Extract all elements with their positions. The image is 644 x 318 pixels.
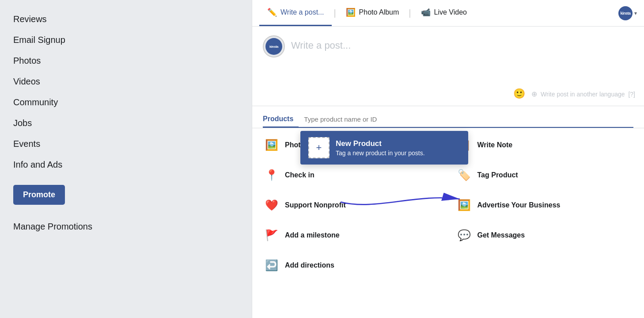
tab-divider-2: | bbox=[407, 8, 413, 18]
promote-button[interactable]: Promote bbox=[13, 185, 65, 205]
sidebar-nav: Reviews Email Signup Photos Videos Commu… bbox=[13, 9, 239, 237]
action-add-directions-label: Add directions bbox=[285, 261, 334, 269]
kinsta-avatar-small: kinsta bbox=[618, 6, 633, 20]
new-product-dropdown: + New Product Tag a new product in your … bbox=[300, 131, 468, 165]
action-item-get-messages[interactable]: 💬 Get Messages bbox=[448, 220, 641, 250]
sidebar-item-events[interactable]: Events bbox=[13, 134, 239, 154]
plus-circle-icon: ⊕ bbox=[531, 90, 537, 98]
action-item-add-directions[interactable]: ↩️ Add directions bbox=[256, 250, 448, 280]
action-add-milestone-label: Add a milestone bbox=[285, 231, 340, 239]
action-item-tag-product[interactable]: 🏷️ Tag Product bbox=[448, 160, 641, 190]
messages-action-icon: 💬 bbox=[456, 227, 472, 243]
sidebar: Reviews Email Signup Photos Videos Commu… bbox=[0, 0, 252, 318]
post-tabs: ✏️ Write a post... | 🖼️ Photo Album | 📹 … bbox=[252, 0, 644, 27]
sidebar-item-photos[interactable]: Photos bbox=[13, 50, 239, 71]
new-product-add-icon[interactable]: + bbox=[308, 137, 330, 158]
tag-product-action-icon: 🏷️ bbox=[456, 167, 472, 183]
directions-action-icon: ↩️ bbox=[264, 257, 280, 273]
tab-divider-1: | bbox=[332, 8, 337, 18]
new-product-text: New Product Tag a new product in your po… bbox=[336, 139, 425, 157]
action-item-write-note[interactable]: 📋 Write Note bbox=[448, 130, 641, 160]
action-support-nonprofit-label: Support Nonprofit bbox=[285, 201, 346, 209]
action-tag-product-label: Tag Product bbox=[477, 171, 518, 179]
products-row: Products + New Product Tag a new product… bbox=[263, 111, 633, 128]
sidebar-item-promote[interactable]: Promote bbox=[13, 175, 239, 212]
action-item-add-milestone[interactable]: 🚩 Add a milestone bbox=[256, 220, 448, 250]
tab-live-video[interactable]: 📹 Live Video bbox=[413, 0, 475, 26]
action-get-messages-label: Get Messages bbox=[477, 231, 525, 239]
new-product-desc: Tag a new product in your posts. bbox=[336, 149, 425, 157]
sidebar-item-community[interactable]: Community bbox=[13, 92, 239, 113]
sidebar-item-email-signup[interactable]: Email Signup bbox=[13, 30, 239, 50]
sidebar-item-jobs[interactable]: Jobs bbox=[13, 113, 239, 134]
write-in-language[interactable]: ⊕ Write post in another language [?] bbox=[531, 90, 635, 98]
product-search-input[interactable] bbox=[299, 112, 633, 126]
sidebar-item-manage-promotions[interactable]: Manage Promotions bbox=[13, 212, 239, 237]
action-write-note-label: Write Note bbox=[477, 141, 513, 149]
main-content: ✏️ Write a post... | 🖼️ Photo Album | 📹 … bbox=[252, 0, 644, 318]
checkin-action-icon: 📍 bbox=[264, 167, 280, 183]
tab-photo-album[interactable]: 🖼️ Photo Album bbox=[338, 0, 407, 26]
dropdown-arrow-icon[interactable]: ▾ bbox=[634, 10, 637, 16]
post-area-bottom: 🙂 ⊕ Write post in another language [?] bbox=[513, 88, 635, 100]
sidebar-item-reviews[interactable]: Reviews bbox=[13, 9, 239, 30]
emoji-icon[interactable]: 🙂 bbox=[513, 88, 525, 100]
pencil-icon: ✏️ bbox=[267, 8, 277, 17]
action-item-support-nonprofit[interactable]: ❤️ Support Nonprofit bbox=[256, 190, 448, 220]
kinsta-logo: kinsta bbox=[265, 38, 282, 55]
tab-write-post[interactable]: ✏️ Write a post... bbox=[259, 0, 332, 26]
milestone-action-icon: 🚩 bbox=[264, 227, 280, 243]
avatar: kinsta bbox=[263, 35, 285, 57]
sidebar-item-info-and-ads[interactable]: Info and Ads bbox=[13, 154, 239, 175]
products-section: Products + New Product Tag a new product… bbox=[252, 106, 644, 128]
write-post-placeholder[interactable]: Write a post... bbox=[291, 35, 633, 51]
action-item-empty bbox=[448, 250, 641, 280]
action-item-check-in[interactable]: 📍 Check in bbox=[256, 160, 448, 190]
products-tab[interactable]: Products bbox=[263, 111, 299, 128]
nonprofit-action-icon: ❤️ bbox=[264, 197, 280, 213]
write-post-area: kinsta Write a post... 🙂 ⊕ Write post in… bbox=[252, 27, 644, 106]
action-check-in-label: Check in bbox=[285, 171, 314, 179]
photo-album-icon: 🖼️ bbox=[346, 8, 356, 17]
advertise-action-icon: 🖼️ bbox=[456, 197, 472, 213]
sidebar-item-videos[interactable]: Videos bbox=[13, 71, 239, 92]
action-item-advertise-business[interactable]: 🖼️ Advertise Your Business bbox=[448, 190, 641, 220]
new-product-title: New Product bbox=[336, 139, 425, 148]
live-video-icon: 📹 bbox=[421, 8, 431, 17]
action-advertise-label: Advertise Your Business bbox=[477, 201, 561, 209]
photo-action-icon: 🖼️ bbox=[264, 137, 280, 153]
